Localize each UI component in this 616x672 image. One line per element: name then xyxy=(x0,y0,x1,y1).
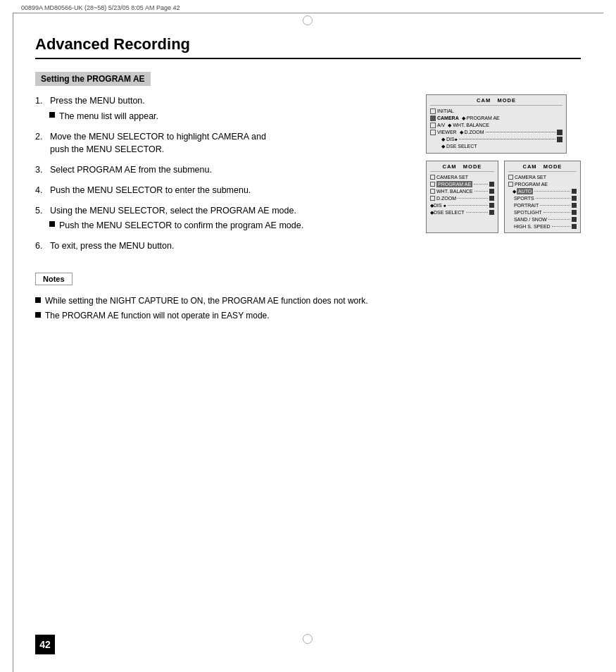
d3-spotlight-label: SPOTLIGHT xyxy=(514,209,542,216)
steps-container: 1. Press the MENU button. The menu list … xyxy=(35,94,581,324)
d1-dis: ◆ DIS● xyxy=(441,136,458,142)
steps-left: 1. Press the MENU button. The menu list … xyxy=(35,94,412,324)
circle-mark-top xyxy=(303,15,313,25)
d2-program-label: PROGRAM AE xyxy=(436,181,472,187)
d2-dis: ◆ DIS ● xyxy=(430,202,494,209)
d3-camera-set: CAMERA SET xyxy=(508,174,577,180)
step-2-text: Move the MENU SELECTOR to highlight CAME… xyxy=(50,130,412,157)
d3-portrait-label: PORTRAIT xyxy=(514,202,539,209)
step-6: 6. To exit, press the MENU button. xyxy=(35,239,412,253)
note-item-1: While setting the NIGHT CAPTURE to ON, t… xyxy=(35,295,412,307)
note-bullet-1 xyxy=(35,297,41,303)
step-3: 3. Select PROGRAM AE from the submenu. xyxy=(35,163,412,177)
d3-auto-label: AUTO xyxy=(517,188,533,194)
d1-camera-sub: ◆ PROGRAM AE xyxy=(462,115,500,121)
diagram-1-row-viewer: VIEWER ◆ D.ZOOM xyxy=(430,129,562,135)
d1-dse: ◆ DSE SELECT xyxy=(441,143,477,149)
bullet-icon-2 xyxy=(49,221,55,227)
step-1-num: 1. xyxy=(35,94,46,108)
file-info: 00899A MD80566-UK (28~58) 5/23/05 8:05 A… xyxy=(21,4,180,11)
step-2: 2. Move the MENU SELECTOR to highlight C… xyxy=(35,130,412,157)
note-text-1: While setting the NIGHT CAPTURE to ON, t… xyxy=(45,295,368,307)
diagram-2: CAM MODE CAMERA SET PROGRAM AE WHT. BALA… xyxy=(426,161,498,234)
notes-content: While setting the NIGHT CAPTURE to ON, t… xyxy=(35,295,412,322)
note-item-2: The PROGRAM AE function will not operate… xyxy=(35,310,412,322)
diagram-1-title: CAM MODE xyxy=(430,97,562,106)
diagram-2-title: CAM MODE xyxy=(430,163,494,172)
d2-dse: ◆ DSE SELECT xyxy=(430,209,494,216)
step-4-num: 4. xyxy=(35,184,46,197)
notes-label: Notes xyxy=(43,275,65,283)
d2-dzoom-label: D.ZOOM xyxy=(436,195,456,201)
d1-camera: CAMERA xyxy=(437,115,459,121)
d1-initial: INITIAL xyxy=(437,108,454,114)
d3-program-ae: PROGRAM AE xyxy=(508,181,577,187)
step-5-text: Using the MENU SELECTOR, select the PROG… xyxy=(50,204,412,218)
d3-portrait: PORTRAIT xyxy=(514,202,577,209)
step-6-num: 6. xyxy=(35,239,46,253)
diagram-1-row-dis: ◆ DIS● xyxy=(441,136,562,142)
d2-wht-label: WHT. BALANCE xyxy=(436,188,473,194)
d2-camera-set: CAMERA SET xyxy=(430,174,494,180)
d2-dis-label: DIS ● xyxy=(434,202,446,209)
page-number: 42 xyxy=(35,635,55,654)
step-5-num: 5. xyxy=(35,204,46,218)
diagram-3-title: CAM MODE xyxy=(508,163,577,172)
diagram-1-row-initial: INITIAL xyxy=(430,108,562,114)
notes-box: Notes xyxy=(35,273,73,285)
corner-line-left xyxy=(13,13,13,672)
d3-sand-snow: SAND / SNOW xyxy=(514,216,577,223)
step-4-text: Push the MENU SELECTOR to enter the subm… xyxy=(50,184,412,197)
d3-camera-set-label: CAMERA SET xyxy=(515,174,546,180)
d3-auto-icon: ◆ xyxy=(513,188,516,194)
d2-dse-label: DSE SELECT xyxy=(434,209,465,216)
note-bullet-2 xyxy=(35,312,41,318)
step-5-bullet: Push the MENU SELECTOR to confirm the pr… xyxy=(49,219,412,232)
step-6-text: To exit, press the MENU button. xyxy=(50,239,412,253)
step-5: 5. Using the MENU SELECTOR, select the P… xyxy=(35,204,412,233)
section-heading: Setting the PROGRAM AE xyxy=(35,72,151,86)
diagram-1-row-camera: CAMERA ◆ PROGRAM AE xyxy=(430,115,562,121)
step-2-num: 2. xyxy=(35,130,46,157)
diagrams-row: CAM MODE CAMERA SET PROGRAM AE WHT. BALA… xyxy=(426,161,581,234)
d3-spotlight: SPOTLIGHT xyxy=(514,209,577,216)
step-3-num: 3. xyxy=(35,163,46,177)
d1-viewer: VIEWER xyxy=(437,129,457,135)
step-5-bullet-text: Push the MENU SELECTOR to confirm the pr… xyxy=(59,219,303,232)
step-3-text: Select PROGRAM AE from the submenu. xyxy=(50,163,412,177)
d2-program-icon xyxy=(430,182,435,187)
d3-sand-snow-label: SAND / SNOW xyxy=(514,216,547,223)
step-4: 4. Push the MENU SELECTOR to enter the s… xyxy=(35,184,412,197)
diagram-1: CAM MODE INITIAL CAMERA ◆ PROGRAM AE A/V… xyxy=(426,94,567,154)
d1-av: A/V xyxy=(437,122,445,128)
main-content: Advanced Recording Setting the PROGRAM A… xyxy=(35,35,581,630)
page-title: Advanced Recording xyxy=(35,35,581,59)
d3-sports: SPORTS xyxy=(514,195,577,201)
d3-sports-label: SPORTS xyxy=(514,195,534,201)
diagram-1-row-dse: ◆ DSE SELECT xyxy=(441,143,562,149)
d2-camera-set-label: CAMERA SET xyxy=(436,174,468,180)
d2-program-ae: PROGRAM AE xyxy=(430,181,494,187)
circle-mark-bottom xyxy=(303,634,313,644)
d3-high-speed: HIGH S. SPEED xyxy=(514,223,577,230)
corner-line-top xyxy=(13,13,603,13)
d1-av-sub: ◆ WHT. BALANCE xyxy=(448,122,489,128)
d3-high-speed-label: HIGH S. SPEED xyxy=(514,223,551,230)
diagram-1-row-av: A/V ◆ WHT. BALANCE xyxy=(430,122,562,128)
steps-right: CAM MODE INITIAL CAMERA ◆ PROGRAM AE A/V… xyxy=(426,94,581,324)
step-1: 1. Press the MENU button. The menu list … xyxy=(35,94,412,123)
diagram-3: CAM MODE CAMERA SET PROGRAM AE ◆ AUTO xyxy=(504,161,581,234)
d2-dzoom: D.ZOOM xyxy=(430,195,494,201)
note-text-2: The PROGRAM AE function will not operate… xyxy=(45,310,270,322)
bullet-icon xyxy=(49,112,55,118)
d2-wht-balance: WHT. BALANCE xyxy=(430,188,494,194)
step-1-bullet-text: The menu list will appear. xyxy=(59,110,158,123)
d3-program-ae-label: PROGRAM AE xyxy=(515,181,548,187)
step-1-bullet: The menu list will appear. xyxy=(49,110,412,123)
d1-viewer-sub: ◆ D.ZOOM xyxy=(460,129,484,135)
step-1-text: Press the MENU button. xyxy=(50,94,412,108)
d3-auto: ◆ AUTO xyxy=(513,188,577,194)
